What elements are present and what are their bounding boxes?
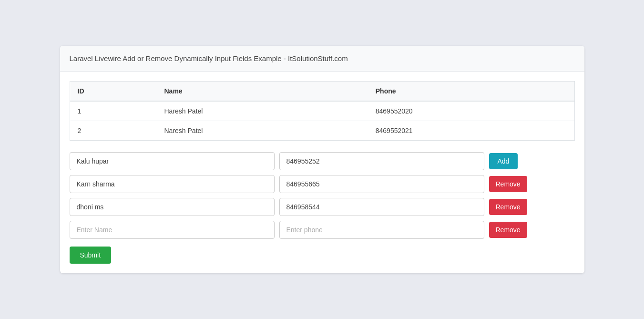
form-row: Remove [70,175,575,193]
page-title: Laravel Livewire Add or Remove Dynamical… [70,54,348,62]
phone-input-1[interactable] [279,175,484,193]
phone-input-2[interactable] [279,198,484,216]
main-container: Laravel Livewire Add or Remove Dynamical… [60,46,584,273]
cell-phone: 8469552021 [368,121,574,141]
cell-name: Haresh Patel [157,101,368,121]
cell-id: 2 [70,121,157,141]
name-input-0[interactable] [70,152,275,170]
col-header-name: Name [157,82,368,102]
table-row: 2 Naresh Patel 8469552021 [70,121,574,141]
table-row: 1 Haresh Patel 8469552020 [70,101,574,121]
form-row: Remove [70,221,575,239]
add-button[interactable]: Add [489,153,518,169]
phone-input-3[interactable] [279,221,484,239]
cell-phone: 8469552020 [368,101,574,121]
name-input-1[interactable] [70,175,275,193]
name-input-3[interactable] [70,221,275,239]
form-rows: AddRemoveRemoveRemove [70,152,575,239]
form-row: Add [70,152,575,170]
submit-button[interactable]: Submit [70,247,112,264]
col-header-phone: Phone [368,82,574,102]
col-header-id: ID [70,82,157,102]
data-table: ID Name Phone 1 Haresh Patel 8469552020 … [70,81,575,141]
name-input-2[interactable] [70,198,275,216]
remove-button[interactable]: Remove [489,199,527,215]
cell-id: 1 [70,101,157,121]
form-row: Remove [70,198,575,216]
phone-input-0[interactable] [279,152,484,170]
page-title-bar: Laravel Livewire Add or Remove Dynamical… [60,46,584,72]
content-area: ID Name Phone 1 Haresh Patel 8469552020 … [60,72,584,273]
cell-name: Naresh Patel [157,121,368,141]
remove-button[interactable]: Remove [489,222,527,238]
remove-button[interactable]: Remove [489,176,527,192]
